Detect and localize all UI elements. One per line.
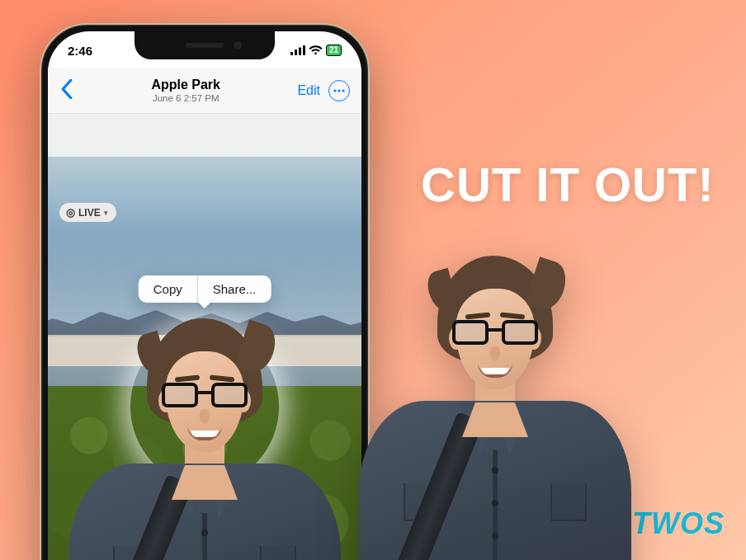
- status-time: 2:46: [68, 44, 92, 58]
- svg-rect-3: [303, 45, 305, 55]
- more-button[interactable]: [328, 80, 350, 101]
- photo-viewport[interactable]: ◎ LIVE ▾ Copy Share...: [48, 114, 361, 560]
- svg-rect-1: [295, 49, 297, 55]
- svg-point-6: [342, 89, 344, 92]
- iphone-frame: 2:46 21 Apple Park June 6 2:57 PM E: [40, 23, 370, 560]
- back-button[interactable]: [59, 79, 74, 102]
- chevron-down-icon: ▾: [104, 209, 108, 217]
- edit-button[interactable]: Edit: [297, 83, 320, 98]
- nav-actions: Edit: [297, 80, 350, 101]
- svg-point-5: [338, 89, 340, 92]
- svg-rect-2: [299, 48, 301, 56]
- share-menu-item[interactable]: Share...: [198, 275, 271, 303]
- status-right: 21: [290, 45, 342, 56]
- cutout-subject-person: [437, 256, 553, 363]
- brand-name: TWOS: [632, 506, 725, 541]
- cellular-icon: [290, 45, 305, 55]
- subject-context-menu: Copy Share...: [139, 275, 271, 303]
- battery-icon: 21: [326, 45, 342, 56]
- iphone-notch: [135, 31, 275, 59]
- live-photo-badge[interactable]: ◎ LIVE ▾: [59, 203, 116, 222]
- live-icon: ◎: [66, 206, 75, 219]
- promo-headline: CUT IT OUT!: [421, 157, 715, 212]
- nav-bar: Apple Park June 6 2:57 PM Edit: [48, 68, 361, 114]
- photo-subject-person[interactable]: [147, 318, 262, 426]
- copy-menu-item[interactable]: Copy: [139, 275, 197, 303]
- nav-title: Apple Park: [151, 77, 220, 92]
- svg-point-4: [333, 89, 336, 92]
- live-label: LIVE: [78, 207, 101, 219]
- iphone-screen: 2:46 21 Apple Park June 6 2:57 PM E: [48, 31, 361, 560]
- svg-rect-0: [290, 52, 293, 55]
- nav-subtitle: June 6 2:57 PM: [151, 93, 220, 105]
- wifi-icon: [309, 45, 323, 55]
- nav-title-group: Apple Park June 6 2:57 PM: [151, 77, 220, 105]
